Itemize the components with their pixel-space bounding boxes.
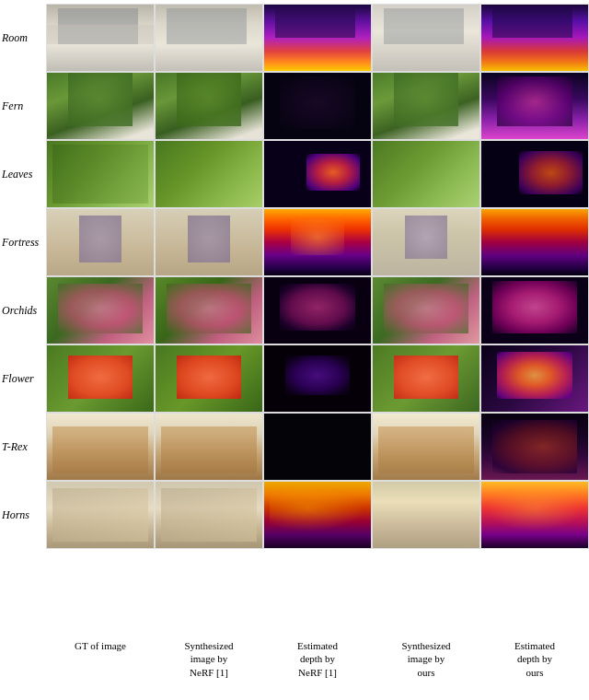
footer-labels: GT of image Synthesized image by NeRF [1… bbox=[0, 636, 589, 700]
row-label-orchids: Orchids bbox=[0, 276, 46, 344]
image-grid: Room Fern bbox=[0, 0, 589, 636]
orchids-gt-cell bbox=[46, 276, 155, 344]
flower-syn-cell bbox=[155, 344, 263, 413]
row-label-trex: T-Rex bbox=[0, 413, 46, 481]
room-syn-nerf-cell bbox=[155, 4, 263, 72]
horns-depth-nerf-cell bbox=[263, 481, 372, 549]
fortress-depth-ours-cell bbox=[480, 208, 589, 276]
row-label-flower: Flower bbox=[0, 344, 46, 413]
footer-col4: Synthesized image by ours bbox=[372, 639, 480, 679]
fern-syn-cell bbox=[155, 72, 263, 140]
horns-syn-cell bbox=[155, 481, 263, 549]
trex-depth-ours-cell bbox=[480, 413, 589, 481]
footer-col1: GT of image bbox=[46, 639, 155, 652]
row-label-horns: Horns bbox=[0, 481, 46, 549]
leaves-depth-nerf-cell bbox=[263, 140, 372, 208]
horns-syn-ours-cell bbox=[372, 481, 480, 549]
horns-gt-cell bbox=[46, 481, 155, 549]
orchids-syn-cell bbox=[155, 276, 263, 344]
orchids-depth-ours-cell bbox=[480, 276, 589, 344]
fern-syn-ours-cell bbox=[372, 72, 480, 140]
flower-depth-ours-cell bbox=[480, 344, 589, 413]
fortress-syn-cell bbox=[155, 208, 263, 276]
footer-col5: Estimated depth by ours bbox=[480, 639, 589, 679]
trex-depth-nerf-cell bbox=[263, 413, 372, 481]
orchids-syn-ours-cell bbox=[372, 276, 480, 344]
footer-col2: Synthesized image by NeRF [1] bbox=[155, 639, 263, 679]
row-label-fern: Fern bbox=[0, 72, 46, 140]
flower-depth-nerf-cell bbox=[263, 344, 372, 413]
trex-syn-cell bbox=[155, 413, 263, 481]
horns-depth-ours-cell bbox=[480, 481, 589, 549]
fortress-syn-ours-cell bbox=[372, 208, 480, 276]
fortress-depth-nerf-cell bbox=[263, 208, 372, 276]
leaves-syn-ours-cell bbox=[372, 140, 480, 208]
flower-syn-ours-cell bbox=[372, 344, 480, 413]
trex-gt-cell bbox=[46, 413, 155, 481]
trex-syn-ours-cell bbox=[372, 413, 480, 481]
fortress-gt-cell bbox=[46, 208, 155, 276]
room-depth-ours-cell bbox=[480, 4, 589, 72]
row-label-leaves: Leaves bbox=[0, 140, 46, 208]
room-gt-cell bbox=[46, 4, 155, 72]
footer-col3: Estimated depth by NeRF [1] bbox=[263, 639, 372, 679]
room-syn-ours-cell bbox=[372, 4, 480, 72]
flower-gt-cell bbox=[46, 344, 155, 413]
fern-depth-ours-cell bbox=[480, 72, 589, 140]
leaves-depth-ours-cell bbox=[480, 140, 589, 208]
leaves-gt-cell bbox=[46, 140, 155, 208]
main-container: Room Fern bbox=[0, 0, 589, 700]
room-depth-nerf-cell bbox=[263, 4, 372, 72]
row-label-room: Room bbox=[0, 4, 46, 72]
row-label-fortress: Fortress bbox=[0, 208, 46, 276]
fern-gt-cell bbox=[46, 72, 155, 140]
orchids-depth-nerf-cell bbox=[263, 276, 372, 344]
leaves-syn-cell bbox=[155, 140, 263, 208]
fern-depth-nerf-cell bbox=[263, 72, 372, 140]
